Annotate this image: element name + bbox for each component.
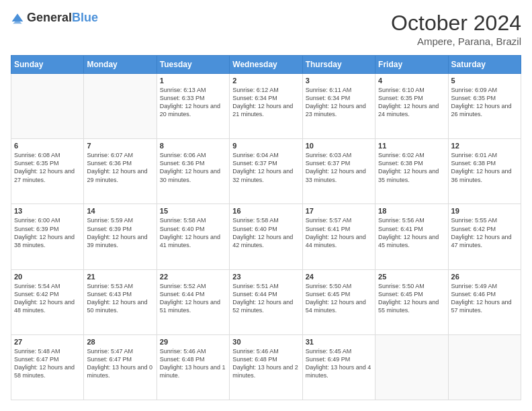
calendar-cell: 24Sunrise: 5:50 AMSunset: 6:45 PMDayligh… (302, 269, 375, 334)
day-of-week-header: Sunday (11, 56, 84, 74)
calendar-cell: 29Sunrise: 5:46 AMSunset: 6:48 PMDayligh… (157, 334, 229, 400)
calendar-cell: 27Sunrise: 5:48 AMSunset: 6:47 PMDayligh… (11, 334, 84, 400)
calendar-week-row: 1Sunrise: 6:13 AMSunset: 6:33 PMDaylight… (11, 74, 521, 139)
calendar-cell: 7Sunrise: 6:07 AMSunset: 6:36 PMDaylight… (84, 139, 157, 204)
calendar-cell (84, 74, 157, 139)
day-number: 25 (378, 273, 445, 281)
day-info: Sunrise: 5:48 AMSunset: 6:47 PMDaylight:… (14, 347, 81, 380)
logo-icon (11, 11, 24, 25)
calendar-cell: 31Sunrise: 5:45 AMSunset: 6:49 PMDayligh… (302, 334, 375, 400)
day-info: Sunrise: 6:08 AMSunset: 6:35 PMDaylight:… (14, 151, 81, 184)
day-info: Sunrise: 5:50 AMSunset: 6:45 PMDaylight:… (306, 282, 372, 315)
day-number: 12 (451, 142, 518, 150)
day-number: 24 (306, 273, 372, 281)
day-info: Sunrise: 6:07 AMSunset: 6:36 PMDaylight:… (87, 151, 153, 184)
calendar-week-row: 27Sunrise: 5:48 AMSunset: 6:47 PMDayligh… (11, 334, 521, 400)
logo-general: GeneralBlue (27, 11, 98, 25)
calendar-cell (375, 334, 448, 400)
calendar-cell: 18Sunrise: 5:56 AMSunset: 6:41 PMDayligh… (375, 204, 448, 269)
logo: GeneralBlue (11, 11, 98, 25)
calendar-cell: 2Sunrise: 6:12 AMSunset: 6:34 PMDaylight… (230, 74, 302, 139)
calendar-cell: 6Sunrise: 6:08 AMSunset: 6:35 PMDaylight… (11, 139, 84, 204)
header: GeneralBlue October 2024 Ampere, Parana,… (11, 11, 521, 47)
day-number: 15 (160, 207, 226, 215)
calendar-cell: 5Sunrise: 6:09 AMSunset: 6:35 PMDaylight… (448, 74, 521, 139)
calendar-cell: 21Sunrise: 5:53 AMSunset: 6:43 PMDayligh… (84, 269, 157, 334)
day-info: Sunrise: 6:04 AMSunset: 6:37 PMDaylight:… (232, 151, 299, 184)
svg-marker-0 (12, 13, 24, 21)
calendar-cell: 8Sunrise: 6:06 AMSunset: 6:36 PMDaylight… (157, 139, 229, 204)
day-number: 23 (232, 273, 299, 281)
calendar-cell: 26Sunrise: 5:49 AMSunset: 6:46 PMDayligh… (448, 269, 521, 334)
day-info: Sunrise: 5:56 AMSunset: 6:41 PMDaylight:… (378, 216, 445, 249)
day-info: Sunrise: 6:11 AMSunset: 6:34 PMDaylight:… (306, 86, 372, 119)
day-info: Sunrise: 6:06 AMSunset: 6:36 PMDaylight:… (160, 151, 226, 184)
calendar-cell: 25Sunrise: 5:50 AMSunset: 6:45 PMDayligh… (375, 269, 448, 334)
day-info: Sunrise: 5:58 AMSunset: 6:40 PMDaylight:… (160, 216, 226, 249)
day-number: 13 (14, 207, 81, 215)
day-number: 20 (14, 273, 81, 281)
calendar-cell: 22Sunrise: 5:52 AMSunset: 6:44 PMDayligh… (157, 269, 229, 334)
calendar-cell (11, 74, 84, 139)
calendar-cell: 14Sunrise: 5:59 AMSunset: 6:39 PMDayligh… (84, 204, 157, 269)
day-of-week-header: Friday (375, 56, 448, 74)
day-number: 7 (87, 142, 153, 150)
day-number: 16 (232, 207, 299, 215)
calendar-cell: 11Sunrise: 6:02 AMSunset: 6:38 PMDayligh… (375, 139, 448, 204)
day-info: Sunrise: 5:55 AMSunset: 6:42 PMDaylight:… (451, 216, 518, 249)
calendar-cell: 19Sunrise: 5:55 AMSunset: 6:42 PMDayligh… (448, 204, 521, 269)
day-number: 14 (87, 207, 153, 215)
day-info: Sunrise: 5:47 AMSunset: 6:47 PMDaylight:… (87, 347, 153, 380)
title-block: October 2024 Ampere, Parana, Brazil (391, 11, 521, 47)
day-info: Sunrise: 6:12 AMSunset: 6:34 PMDaylight:… (232, 86, 299, 119)
day-number: 30 (232, 338, 299, 346)
day-number: 8 (160, 142, 226, 150)
calendar-cell: 3Sunrise: 6:11 AMSunset: 6:34 PMDaylight… (302, 74, 375, 139)
day-number: 18 (378, 207, 445, 215)
calendar-cell: 17Sunrise: 5:57 AMSunset: 6:41 PMDayligh… (302, 204, 375, 269)
day-number: 27 (14, 338, 81, 346)
day-number: 2 (232, 77, 299, 85)
day-of-week-header: Tuesday (157, 56, 229, 74)
day-info: Sunrise: 5:53 AMSunset: 6:43 PMDaylight:… (87, 282, 153, 315)
day-number: 9 (232, 142, 299, 150)
day-info: Sunrise: 5:46 AMSunset: 6:48 PMDaylight:… (160, 347, 226, 380)
day-number: 1 (160, 77, 226, 85)
day-info: Sunrise: 5:52 AMSunset: 6:44 PMDaylight:… (160, 282, 226, 315)
calendar-cell (448, 334, 521, 400)
page: GeneralBlue October 2024 Ampere, Parana,… (0, 0, 532, 411)
day-number: 19 (451, 207, 518, 215)
day-info: Sunrise: 6:13 AMSunset: 6:33 PMDaylight:… (160, 86, 226, 119)
day-number: 3 (306, 77, 372, 85)
day-info: Sunrise: 5:54 AMSunset: 6:42 PMDaylight:… (14, 282, 81, 315)
calendar-cell: 23Sunrise: 5:51 AMSunset: 6:44 PMDayligh… (230, 269, 302, 334)
day-number: 29 (160, 338, 226, 346)
calendar-header-row: SundayMondayTuesdayWednesdayThursdayFrid… (11, 56, 521, 74)
day-info: Sunrise: 5:51 AMSunset: 6:44 PMDaylight:… (232, 282, 299, 315)
day-number: 17 (306, 207, 372, 215)
day-info: Sunrise: 5:45 AMSunset: 6:49 PMDaylight:… (306, 347, 372, 380)
day-info: Sunrise: 6:02 AMSunset: 6:38 PMDaylight:… (378, 151, 445, 184)
calendar-week-row: 6Sunrise: 6:08 AMSunset: 6:35 PMDaylight… (11, 139, 521, 204)
day-info: Sunrise: 5:59 AMSunset: 6:39 PMDaylight:… (87, 216, 153, 249)
calendar-cell: 10Sunrise: 6:03 AMSunset: 6:37 PMDayligh… (302, 139, 375, 204)
day-number: 4 (378, 77, 445, 85)
day-number: 22 (160, 273, 226, 281)
day-of-week-header: Monday (84, 56, 157, 74)
calendar-week-row: 13Sunrise: 6:00 AMSunset: 6:39 PMDayligh… (11, 204, 521, 269)
day-info: Sunrise: 5:49 AMSunset: 6:46 PMDaylight:… (451, 282, 518, 315)
calendar-subtitle: Ampere, Parana, Brazil (391, 36, 521, 47)
day-number: 6 (14, 142, 81, 150)
day-of-week-header: Thursday (302, 56, 375, 74)
day-info: Sunrise: 5:46 AMSunset: 6:48 PMDaylight:… (232, 347, 299, 380)
day-number: 10 (306, 142, 372, 150)
calendar-cell: 28Sunrise: 5:47 AMSunset: 6:47 PMDayligh… (84, 334, 157, 400)
day-number: 28 (87, 338, 153, 346)
calendar-cell: 13Sunrise: 6:00 AMSunset: 6:39 PMDayligh… (11, 204, 84, 269)
day-info: Sunrise: 6:00 AMSunset: 6:39 PMDaylight:… (14, 216, 81, 249)
day-info: Sunrise: 6:01 AMSunset: 6:38 PMDaylight:… (451, 151, 518, 184)
day-number: 11 (378, 142, 445, 150)
day-info: Sunrise: 6:09 AMSunset: 6:35 PMDaylight:… (451, 86, 518, 119)
day-number: 5 (451, 77, 518, 85)
day-info: Sunrise: 6:03 AMSunset: 6:37 PMDaylight:… (306, 151, 372, 184)
